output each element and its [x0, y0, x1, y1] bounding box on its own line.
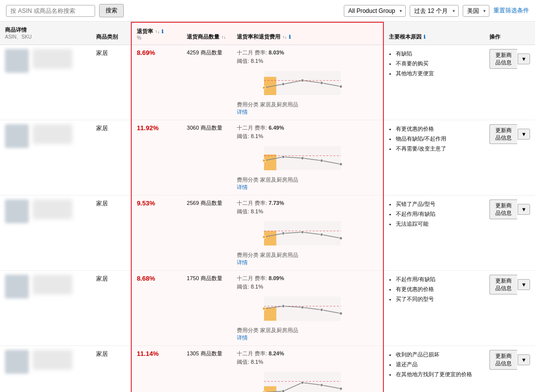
product-cell: [0, 346, 91, 392]
rate-cell: 8.68%: [131, 271, 182, 346]
product-group-select[interactable]: All Product Group: [344, 5, 406, 17]
fees-info-icon[interactable]: ℹ: [289, 34, 291, 40]
table-row: 家居8.69%4259 商品数量 十二月 费率: 8.03% 阈值: 8.1% …: [0, 45, 535, 120]
items-count: 3060 商品数量: [187, 125, 222, 131]
items-sort-icons[interactable]: ↑↓: [221, 35, 226, 40]
action-group: 更新商品信息 ▼: [489, 124, 530, 144]
product-cell: [0, 271, 91, 346]
reasons-list: 有更优惠的价格物品有缺陷/不起作用不再需要/改变主意了: [389, 124, 480, 153]
time-select[interactable]: 过去 12 个月: [410, 5, 459, 17]
svg-point-30: [320, 308, 323, 311]
reason-item: 不喜要的购买: [396, 59, 480, 69]
chart-svg: [237, 368, 346, 392]
reasons-info-icon[interactable]: ℹ: [424, 34, 426, 40]
th-reasons-label: 主要根本原因: [389, 33, 422, 41]
svg-point-37: [301, 381, 304, 384]
svg-point-21: [301, 231, 304, 234]
actions-cell: 更新商品信息 ▼: [484, 346, 535, 392]
svg-point-31: [339, 312, 342, 315]
svg-point-4: [282, 83, 285, 86]
fees-cell: 十二月 费率: 8.03% 阈值: 8.1% 费用分类 家居及厨房用品 详情: [232, 45, 383, 120]
product-table: 商品详情 ASIN、SKU 商品类别 退货率 ↑↓ ℹ % 退货商品数: [0, 22, 535, 392]
items-count: 1750 商品数量: [187, 275, 222, 281]
svg-point-13: [301, 157, 304, 160]
svg-rect-17: [264, 231, 276, 245]
fees-cell: 十二月 费率: 8.24% 阈值: 8.1% 费用分类 家居及厨房用品 详情: [232, 346, 383, 392]
table-header-row: 商品详情 ASIN、SKU 商品类别 退货率 ↑↓ ℹ % 退货商品数: [0, 22, 535, 45]
rate-info-icon[interactable]: ℹ: [161, 29, 163, 34]
items-cell: 3060 商品数量: [182, 120, 232, 196]
action-button[interactable]: 更新商品信息: [489, 350, 517, 370]
detail-link[interactable]: 详情: [237, 109, 248, 115]
reasons-cell: 有缺陷不喜要的购买其他地方更便宜: [383, 45, 484, 120]
th-rate: 退货率 ↑↓ ℹ %: [131, 22, 182, 45]
fees-cell: 十二月 费率: 8.09% 阈值: 8.1% 费用分类 家居及厨房用品 详情: [232, 271, 383, 346]
action-dropdown-button[interactable]: ▼: [518, 53, 530, 64]
rate-value: 9.53%: [137, 199, 155, 207]
reason-item: 退还产品: [396, 360, 480, 370]
svg-point-12: [282, 155, 285, 158]
action-button[interactable]: 更新商品信息: [489, 49, 517, 69]
category-cell: 家居: [91, 271, 132, 346]
fees-content: 十二月 费率: 6.49% 阈值: 8.1% 费用分类 家居及厨房用品 详情: [237, 124, 378, 191]
reason-item: 有更优惠的价格: [396, 285, 480, 294]
chart-twelve-month: 十二月 费率: 8.09%: [237, 275, 378, 282]
action-group: 更新商品信息 ▼: [489, 350, 530, 370]
search-input[interactable]: [6, 5, 95, 17]
action-group: 更新商品信息 ▼: [489, 49, 530, 69]
svg-rect-25: [264, 307, 276, 321]
chart-threshold: 阈值: 8.1%: [237, 283, 378, 291]
svg-point-27: [263, 307, 266, 310]
action-dropdown-button[interactable]: ▼: [518, 354, 530, 365]
svg-point-23: [339, 237, 342, 240]
reasons-cell: 不起作用/有缺陷有更优惠的价格买了不同的型号: [383, 271, 484, 346]
svg-point-15: [339, 163, 342, 166]
chart-threshold: 阈值: 8.1%: [237, 208, 378, 215]
reasons-cell: 有更优惠的价格物品有缺陷/不起作用不再需要/改变主意了: [383, 120, 484, 196]
action-dropdown-button[interactable]: ▼: [518, 279, 530, 290]
svg-point-14: [320, 159, 323, 162]
reason-item: 买错了产品/型号: [396, 199, 480, 209]
chart-container: [237, 142, 378, 174]
th-category: 商品类别: [91, 22, 132, 45]
action-button[interactable]: 更新商品信息: [489, 199, 517, 219]
product-info-blur: [33, 124, 72, 144]
rate-value: 11.14%: [137, 350, 159, 357]
action-dropdown-button[interactable]: ▼: [518, 129, 530, 140]
svg-point-36: [282, 390, 285, 392]
th-reasons: 主要根本原因 ℹ: [383, 22, 484, 45]
reset-filter-link[interactable]: 重置筛选条件: [493, 6, 529, 15]
detail-link[interactable]: 详情: [237, 184, 248, 190]
region-select[interactable]: 美国: [463, 5, 489, 17]
detail-link[interactable]: 详情: [237, 335, 248, 341]
fees-sort-icons[interactable]: ↑↓: [282, 35, 287, 40]
product-image: [5, 49, 29, 73]
svg-point-29: [301, 306, 304, 309]
detail-link[interactable]: 详情: [237, 259, 248, 265]
th-product-sub: ASIN、SKU: [5, 34, 86, 41]
action-dropdown-button[interactable]: ▼: [518, 204, 530, 215]
category-cell: 家居: [91, 120, 132, 196]
fee-category-label: 费用分类 家居及厨房用品: [237, 327, 378, 334]
sort-icons[interactable]: ↑↓: [155, 29, 160, 34]
product-image: [5, 199, 29, 223]
fee-category-label: 费用分类 家居及厨房用品: [237, 176, 378, 184]
reasons-list: 不起作用/有缺陷有更优惠的价格买了不同的型号: [389, 275, 480, 304]
th-product: 商品详情 ASIN、SKU: [0, 22, 91, 45]
rate-cell: 11.14%: [131, 346, 182, 392]
search-button[interactable]: 搜索: [99, 4, 124, 17]
items-count: 1305 商品数量: [187, 350, 222, 356]
actions-cell: 更新商品信息 ▼: [484, 120, 535, 196]
rate-value: 8.68%: [137, 275, 155, 282]
action-button[interactable]: 更新商品信息: [489, 275, 517, 294]
chart-svg: [237, 293, 346, 325]
chart-threshold: 阈值: 8.1%: [237, 57, 378, 65]
fees-content: 十二月 费率: 8.03% 阈值: 8.1% 费用分类 家居及厨房用品 详情: [237, 49, 378, 116]
product-detail: [5, 275, 86, 298]
product-detail: [5, 124, 86, 148]
rate-value: 11.92%: [137, 124, 159, 132]
table-row: 家居11.92%3060 商品数量 十二月 费率: 6.49% 阈值: 8.1%…: [0, 120, 535, 196]
fees-cell: 十二月 费率: 6.49% 阈值: 8.1% 费用分类 家居及厨房用品 详情: [232, 120, 383, 196]
product-image: [5, 275, 29, 298]
action-button[interactable]: 更新商品信息: [489, 124, 517, 144]
